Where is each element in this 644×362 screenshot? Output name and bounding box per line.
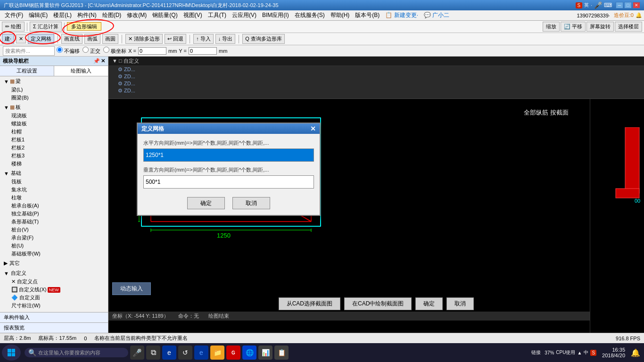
draw-cad-section-button[interactable]: 在CAD中绘制截面图: [344, 297, 412, 310]
tree-beam-expand[interactable]: ▼ ▦ 梁: [2, 77, 106, 86]
ggj-icon[interactable]: G: [226, 346, 240, 360]
dialog-cancel-button[interactable]: 取消: [232, 197, 270, 209]
tree-item-railing2[interactable]: 栏板2: [2, 144, 106, 152]
tree-item-pile-u[interactable]: 桩(U): [2, 242, 106, 250]
close-button2[interactable]: ✕: [16, 34, 26, 43]
minimize-button[interactable]: ─: [616, 2, 623, 8]
menu-bim[interactable]: BIM应用(I): [259, 10, 292, 20]
menu-newchange[interactable]: 📋 新建变更·: [382, 10, 421, 20]
tree-item-strip-t[interactable]: 条形基础(T): [2, 218, 106, 226]
panel-close-icon[interactable]: ✕: [101, 58, 105, 64]
folder-icon[interactable]: 📁: [210, 346, 224, 360]
draw-button[interactable]: ✏ 绘图: [2, 22, 25, 32]
dynamic-input-button[interactable]: 动态输入: [112, 282, 151, 295]
menu-floor[interactable]: 楼层(L): [50, 10, 74, 20]
single-component-input[interactable]: 单构件输入: [0, 313, 108, 323]
menu-cloud[interactable]: 云应用(V): [229, 10, 259, 20]
search-component[interactable]: [3, 46, 55, 56]
menu-modify[interactable]: 修改(M): [124, 10, 149, 20]
tree-item-spiral-slab[interactable]: 螺旋板: [2, 120, 106, 128]
tree-item-custom-line[interactable]: 🔲自定义线(X) NEW: [2, 286, 106, 294]
tree-item-custom-point[interactable]: ✕ 自定义点: [2, 278, 106, 286]
dialog-close-button[interactable]: ✕: [310, 125, 316, 132]
app-icon1[interactable]: 📊: [258, 346, 272, 360]
browser-icon2[interactable]: 🌐: [242, 346, 256, 360]
canvas-confirm-button[interactable]: 确定: [415, 297, 443, 310]
tree-item-cast-slab[interactable]: 现浇板: [2, 112, 106, 120]
tree-scroll[interactable]: ▼ ▦ 梁 梁(L) 圈梁(B) ▼ ▦ 板 现浇板 螺旋板 柱帽 栏板1 栏板…: [0, 76, 108, 312]
build-button[interactable]: 建·: [2, 34, 14, 44]
tree-item-custom-face[interactable]: 🔷 自定义面: [2, 294, 106, 302]
tree-item-ring-beam[interactable]: 圈梁(B): [2, 94, 106, 102]
refresh-icon[interactable]: ↺: [178, 346, 192, 360]
select-cad-section-button[interactable]: 从CAD选择截面图: [279, 297, 340, 310]
tree-item-foundation-band[interactable]: 基础板带(W): [2, 250, 106, 258]
tree-other-expand[interactable]: ▶ 其它: [2, 259, 106, 268]
cortana-icon[interactable]: 🎤: [130, 346, 144, 360]
select-layer-button[interactable]: 选择楼层: [615, 22, 642, 32]
tree-item-col-pier[interactable]: 柱墩: [2, 194, 106, 202]
menu-view[interactable]: 视图(V): [181, 10, 205, 20]
menu-guangxiao[interactable]: 💬 广小二: [421, 10, 452, 20]
tree-item-beam-l[interactable]: 梁(L): [2, 86, 106, 94]
tree-item-sump[interactable]: 集水坑: [2, 186, 106, 194]
total-calc-button[interactable]: Σ 汇总计算: [30, 22, 62, 32]
tree-item-independent-p[interactable]: 独立基础(P): [2, 210, 106, 218]
vertical-input[interactable]: [143, 175, 314, 189]
edge-icon[interactable]: e: [162, 346, 176, 360]
maximize-button[interactable]: □: [624, 2, 632, 8]
menu-component[interactable]: 构件(N): [74, 10, 99, 20]
menu-tools[interactable]: 工具(T): [205, 10, 229, 20]
pan-button[interactable]: 🔄 平移: [561, 22, 586, 32]
menu-edit[interactable]: 编辑(E): [26, 10, 50, 20]
draw-arc-button[interactable]: 画弧: [84, 34, 100, 44]
radio-no-offset[interactable]: 不偏移: [57, 47, 80, 55]
zoom-in-button[interactable]: 缩放: [543, 22, 560, 32]
y-coord-input[interactable]: [189, 47, 217, 55]
radio-polar[interactable]: 极坐标: [103, 47, 126, 55]
tree-item-dimension[interactable]: 尺寸标注(W): [2, 302, 106, 310]
ie-icon[interactable]: e: [194, 346, 208, 360]
screen-rotate-button[interactable]: 屏幕旋转: [586, 22, 614, 32]
menu-draw[interactable]: 绘图(D): [99, 10, 124, 20]
task-view-icon[interactable]: ⧉: [146, 346, 160, 360]
tree-custom-expand[interactable]: ▼ 自定义: [2, 269, 106, 278]
import-button[interactable]: ↑ 导入: [193, 34, 214, 44]
upper-tree-zd3[interactable]: ⚙ ZD...: [108, 80, 644, 87]
start-button[interactable]: [2, 345, 21, 361]
notification-icon[interactable]: 🔔: [631, 348, 640, 357]
horizontal-input[interactable]: [143, 148, 314, 162]
clear-polygon-button[interactable]: ✕ 清除多边形: [125, 34, 163, 44]
menu-file[interactable]: 文件(F): [2, 10, 26, 20]
menu-help[interactable]: 帮助(H): [328, 10, 353, 20]
report-preview[interactable]: 报表预览: [0, 323, 108, 333]
tree-item-stair[interactable]: 楼梯: [2, 160, 106, 168]
upper-tree-expand[interactable]: ▼ □ 自定义: [112, 58, 139, 64]
menu-online[interactable]: 在线服务(S): [292, 10, 328, 20]
upper-tree-zd1[interactable]: ⚙ ZD...: [108, 66, 644, 73]
upper-tree-zd2[interactable]: ⚙ ZD...: [108, 73, 644, 80]
draw-circle-button[interactable]: 画圆: [102, 34, 118, 44]
canvas-cancel-button[interactable]: 取消: [446, 297, 474, 310]
x-coord-input[interactable]: [138, 47, 166, 55]
close-button[interactable]: ✕: [633, 2, 640, 8]
app-icon2[interactable]: 📋: [274, 346, 289, 360]
radio-orthogonal[interactable]: 正交: [83, 47, 100, 55]
query-polygon-button[interactable]: Q 查询多边形库: [242, 34, 285, 44]
section-draw-input[interactable]: 绘图输入: [54, 66, 108, 76]
undo-button[interactable]: ↩ 回退: [165, 34, 186, 44]
tree-item-railing3[interactable]: 栏板3: [2, 152, 106, 160]
taskbar-search[interactable]: 🔍 在这里输入你要搜索的内容: [25, 348, 128, 357]
tree-foundation-expand[interactable]: ▼ 基础: [2, 169, 106, 178]
menu-rebar[interactable]: 钢筋量(Q): [149, 10, 180, 20]
tree-item-cap-beam-f[interactable]: 承台梁(F): [2, 234, 106, 242]
polygon-edit-tab[interactable]: 多边形编辑: [67, 22, 101, 31]
draw-line-button[interactable]: 画直线: [61, 34, 83, 44]
define-grid-button[interactable]: 定义网格: [28, 34, 54, 44]
tree-slab-expand[interactable]: ▼ ▦ 板: [2, 103, 106, 112]
tree-item-column-cap[interactable]: 柱帽: [2, 128, 106, 136]
tree-item-pedestal-v[interactable]: 桩台(V): [2, 226, 106, 234]
export-button[interactable]: ↓ 导出: [215, 34, 236, 44]
tree-item-pile-cap-a[interactable]: 桩承台板(A): [2, 202, 106, 210]
tree-item-raft[interactable]: 筏板: [2, 178, 106, 186]
